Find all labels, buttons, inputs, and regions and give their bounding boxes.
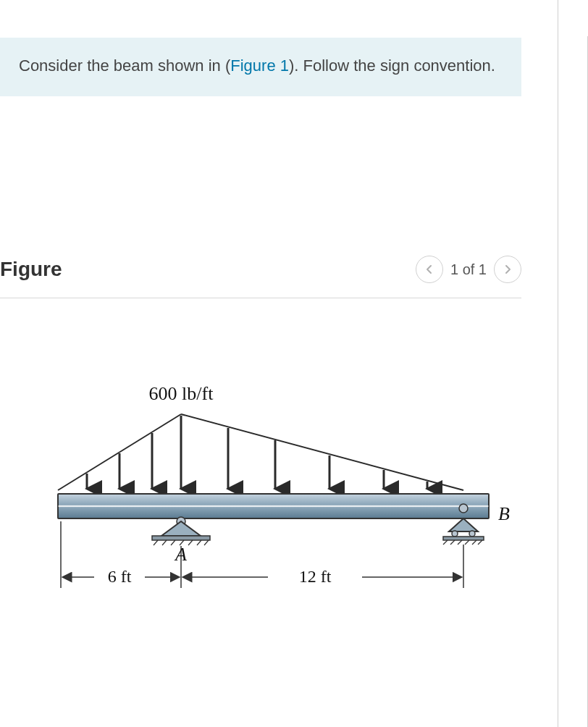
svg-line-15 bbox=[154, 540, 158, 545]
content-area: Consider the beam shown in (Figure 1). F… bbox=[0, 38, 558, 727]
svg-line-27 bbox=[450, 540, 455, 545]
svg-line-30 bbox=[472, 540, 476, 545]
point-a-label: A bbox=[174, 544, 187, 565]
svg-line-29 bbox=[465, 540, 469, 545]
sidebar-border bbox=[558, 0, 588, 727]
svg-point-22 bbox=[459, 504, 468, 513]
pager-text: 1 of 1 bbox=[450, 261, 487, 278]
figure-link[interactable]: Figure 1 bbox=[230, 56, 289, 75]
svg-line-26 bbox=[443, 540, 448, 545]
dim-right-label: 12 ft bbox=[299, 567, 332, 586]
svg-line-28 bbox=[458, 540, 462, 545]
prev-button[interactable] bbox=[416, 256, 443, 283]
next-button[interactable] bbox=[494, 256, 521, 283]
instruction-suffix: ). Follow the sign convention. bbox=[289, 56, 495, 75]
instruction-box: Consider the beam shown in (Figure 1). F… bbox=[0, 38, 521, 96]
load-label: 600 lb/ft bbox=[149, 383, 214, 404]
svg-point-24 bbox=[469, 531, 475, 537]
figure-header: Figure 1 of 1 bbox=[0, 256, 521, 298]
svg-rect-14 bbox=[152, 536, 210, 540]
figure-pager: 1 of 1 bbox=[416, 256, 521, 283]
svg-line-1 bbox=[181, 414, 463, 490]
instruction-prefix: Consider the beam shown in ( bbox=[19, 56, 230, 75]
beam-diagram: 600 lb/ft A B 6 ft 12 ft bbox=[29, 371, 558, 610]
dim-left-label: 6 ft bbox=[108, 567, 132, 586]
point-b-label: B bbox=[498, 503, 510, 524]
svg-rect-25 bbox=[443, 537, 484, 540]
svg-line-31 bbox=[478, 540, 482, 545]
svg-line-20 bbox=[197, 540, 201, 545]
chevron-right-icon bbox=[503, 264, 513, 274]
chevron-left-icon bbox=[424, 264, 434, 274]
svg-point-23 bbox=[452, 531, 458, 537]
svg-line-16 bbox=[162, 540, 167, 545]
svg-line-21 bbox=[204, 540, 209, 545]
figure-title: Figure bbox=[0, 258, 62, 281]
svg-line-19 bbox=[188, 540, 193, 545]
